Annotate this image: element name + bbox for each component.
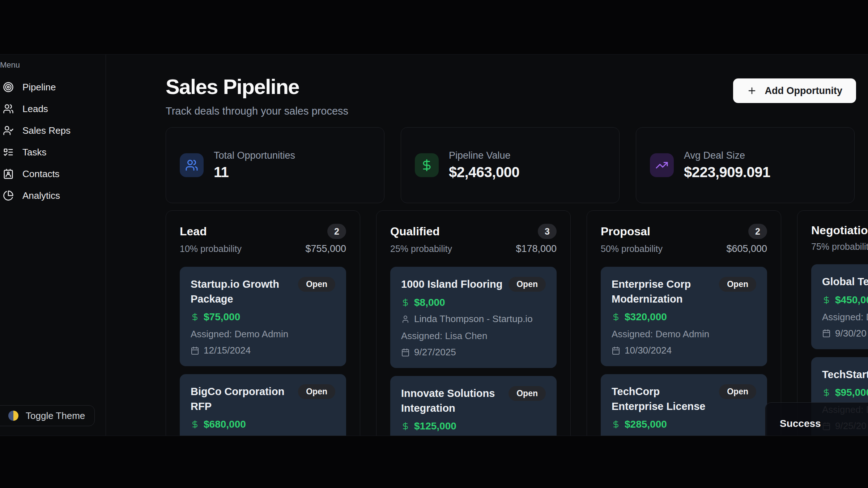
sidebar: Menu Pipeline Leads Sales Reps Tasks Con… — [0, 55, 106, 436]
column-lead: Lead 2 10% probability $755,000 Startup.… — [166, 210, 360, 436]
column-title: Proposal — [601, 225, 650, 238]
dollar-sign-icon — [415, 153, 439, 177]
toggle-theme-label: Toggle Theme — [26, 410, 85, 421]
deal-card[interactable]: BigCo Corporation RFP Open $680,000 Assi… — [180, 374, 346, 436]
dollar-sign-icon — [822, 296, 831, 304]
dollar-sign-icon — [401, 298, 410, 307]
deal-date: 10/30/2024 — [625, 345, 672, 356]
deal-card[interactable]: Global Te $450,00 Assigned: D 9/30/20 — [811, 264, 868, 349]
add-opportunity-label: Add Opportunity — [765, 85, 842, 97]
deal-title: Innovate Solutions Integration — [401, 386, 503, 415]
deal-value: $680,000 — [204, 419, 246, 430]
deal-card[interactable]: Enterprise Corp Modernization Open $320,… — [601, 267, 767, 366]
sidebar-item-label: Leads — [22, 103, 48, 115]
stat-label: Pipeline Value — [449, 150, 519, 161]
status-badge: Open — [719, 277, 756, 292]
dollar-sign-icon — [612, 313, 620, 321]
deal-title: 1000 Island Flooring — [401, 277, 502, 292]
stat-value: $223,909.091 — [684, 164, 770, 180]
deal-card[interactable]: TechCorp Enterprise License Open $285,00… — [601, 374, 767, 436]
status-badge: Open — [509, 386, 546, 401]
sidebar-item-leads[interactable]: Leads — [0, 98, 106, 120]
deal-card[interactable]: Innovate Solutions Integration Open $125… — [390, 376, 557, 436]
deal-card[interactable]: Startup.io Growth Package Open $75,000 A… — [180, 267, 346, 366]
column-total: $755,000 — [305, 243, 346, 254]
stat-label: Total Opportunities — [214, 150, 295, 161]
toast-title: Success — [780, 418, 868, 429]
deal-contact: Linda Thompson - Startup.io — [414, 313, 533, 325]
calendar-icon — [822, 329, 831, 338]
stat-pipeline-value: Pipeline Value $2,463,000 — [401, 127, 620, 203]
status-badge: Open — [298, 277, 335, 292]
status-badge: Open — [298, 384, 335, 399]
success-toast: Success — [765, 402, 868, 436]
column-qualified: Qualified 3 25% probability $178,000 100… — [376, 210, 571, 436]
column-title: Qualified — [390, 225, 440, 238]
column-probability: 50% probability — [601, 244, 663, 254]
app-window: Menu Pipeline Leads Sales Reps Tasks Con… — [0, 54, 868, 436]
deal-value: $75,000 — [204, 311, 240, 323]
deal-title: BigCo Corporation RFP — [191, 384, 293, 414]
sidebar-item-analytics[interactable]: Analytics — [0, 185, 106, 206]
dollar-sign-icon — [612, 420, 620, 429]
sidebar-item-label: Sales Reps — [22, 125, 71, 136]
column-title: Negotiation — [811, 224, 868, 237]
main-content: Sales Pipeline Track deals through your … — [106, 55, 868, 436]
status-badge: Open — [509, 277, 546, 292]
deal-title: Global Te — [822, 274, 868, 289]
dollar-sign-icon — [822, 388, 831, 397]
deal-assigned: Assigned: Demo Admin — [191, 329, 335, 340]
sidebar-item-pipeline[interactable]: Pipeline — [0, 76, 106, 98]
sidebar-nav: Pipeline Leads Sales Reps Tasks Contacts… — [0, 76, 106, 206]
plus-icon — [747, 86, 757, 96]
deal-title: Startup.io Growth Package — [191, 277, 293, 306]
column-count-badge: 3 — [538, 224, 557, 239]
deal-card[interactable]: 1000 Island Flooring Open $8,000 Linda T… — [390, 267, 557, 368]
add-opportunity-button[interactable]: Add Opportunity — [733, 78, 856, 103]
sidebar-item-label: Contacts — [22, 168, 60, 180]
menu-label: Menu — [0, 60, 106, 70]
deal-title: TechCorp Enterprise License — [612, 384, 714, 414]
half-moon-icon — [8, 411, 18, 421]
sidebar-item-tasks[interactable]: Tasks — [0, 141, 106, 163]
deal-assigned: Assigned: Lisa Chen — [401, 330, 546, 342]
user-icon — [401, 315, 410, 324]
contact-card-icon — [3, 168, 14, 179]
sidebar-item-contacts[interactable]: Contacts — [0, 163, 106, 185]
column-count-badge: 2 — [327, 224, 346, 239]
stat-value: 11 — [214, 164, 295, 180]
users-icon — [3, 103, 14, 114]
deal-title: TechStart Tools — [822, 367, 868, 382]
users-icon — [180, 153, 204, 177]
column-proposal: Proposal 2 50% probability $605,000 Ente… — [587, 210, 781, 436]
list-todo-icon — [3, 147, 14, 158]
sidebar-item-label: Analytics — [22, 190, 60, 201]
deal-value: $8,000 — [414, 297, 445, 308]
calendar-icon — [191, 346, 199, 355]
stats-row: Total Opportunities 11 Pipeline Value $2… — [166, 127, 856, 203]
deal-value: $285,000 — [625, 419, 667, 430]
sidebar-item-label: Pipeline — [22, 82, 56, 93]
column-total: $178,000 — [516, 243, 557, 254]
page-subtitle: Track deals through your sales process — [166, 105, 856, 117]
deal-date: 9/30/20 — [835, 328, 867, 339]
stat-avg-deal-size: Avg Deal Size $223,909.091 — [636, 127, 855, 203]
trending-up-icon — [650, 153, 674, 177]
deal-value: $125,000 — [414, 420, 456, 432]
deal-assigned: Assigned: D — [822, 312, 868, 323]
column-probability: 25% probability — [390, 244, 452, 254]
sidebar-item-sales-reps[interactable]: Sales Reps — [0, 120, 106, 141]
stat-value: $2,463,000 — [449, 164, 519, 180]
column-title: Lead — [180, 225, 207, 238]
column-count-badge: 2 — [748, 224, 767, 239]
dollar-sign-icon — [191, 313, 199, 321]
column-total: $605,000 — [726, 243, 767, 254]
deal-value: $95,000 — [835, 387, 868, 398]
kanban-board: Lead 2 10% probability $755,000 Startup.… — [166, 210, 856, 436]
dollar-sign-icon — [401, 422, 410, 431]
toggle-theme-button[interactable]: Toggle Theme — [0, 405, 95, 426]
column-probability: 10% probability — [180, 244, 242, 254]
user-check-icon — [3, 125, 14, 136]
deal-assigned: Assigned: Demo Admin — [612, 329, 756, 340]
deal-title: Enterprise Corp Modernization — [612, 277, 714, 306]
